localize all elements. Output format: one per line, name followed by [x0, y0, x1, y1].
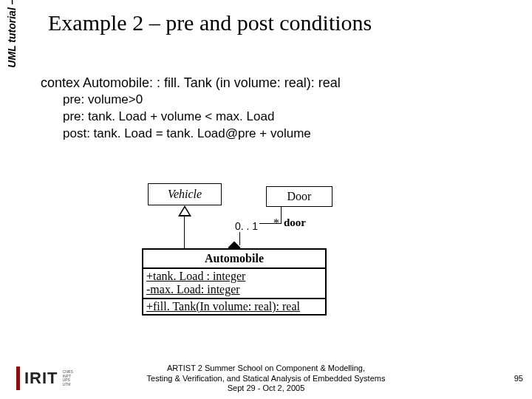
footer-line3: Sept 29 - Oct 2, 2005: [0, 383, 532, 393]
generalization-arrow-icon: [178, 205, 191, 216]
ocl-pre1: pre: volume>0: [41, 92, 341, 109]
footer: ARTIST 2 Summer School on Component & Mo…: [0, 364, 532, 393]
class-automobile-ops: +fill. Tank(In volume: real): real: [143, 299, 325, 314]
slide-title: Example 2 – pre and post conditions: [48, 10, 372, 35]
ocl-code: contex Automobile: : fill. Tank (in volu…: [41, 74, 341, 143]
class-vehicle: Vehicle: [148, 183, 222, 205]
multiplicity-src: 0. . 1: [233, 220, 259, 232]
ocl-post: post: tank. Load = tank. Load@pre + volu…: [41, 126, 341, 143]
generalization-line: [184, 216, 185, 248]
ocl-context: contex Automobile: : fill. Tank (in volu…: [41, 74, 341, 92]
op-filltank: +fill. Tank(In volume: real): real: [146, 300, 322, 313]
footer-line2: Testing & Verification, and Statical Ana…: [0, 374, 532, 383]
attr-tankload: +tank. Load : integer: [146, 270, 322, 283]
footer-line1: ARTIST 2 Summer School on Component & Mo…: [0, 364, 532, 373]
page-number: 95: [514, 374, 523, 383]
composition-line-v: [281, 207, 282, 224]
attr-maxload: -max. Load: integer: [146, 283, 322, 296]
class-door: Door: [266, 186, 332, 207]
sidebar-author: UML tutorial – Ileana Ober: [6, 0, 18, 85]
ocl-pre2: pre: tank. Load + volume < max. Load: [41, 109, 341, 126]
class-automobile-attrs: +tank. Load : integer -max. Load: intege…: [143, 269, 325, 299]
multiplicity-dst: *: [273, 216, 279, 230]
role-name: door: [284, 216, 306, 229]
class-automobile: Automobile +tank. Load : integer -max. L…: [142, 248, 327, 316]
class-automobile-name: Automobile: [143, 250, 325, 269]
